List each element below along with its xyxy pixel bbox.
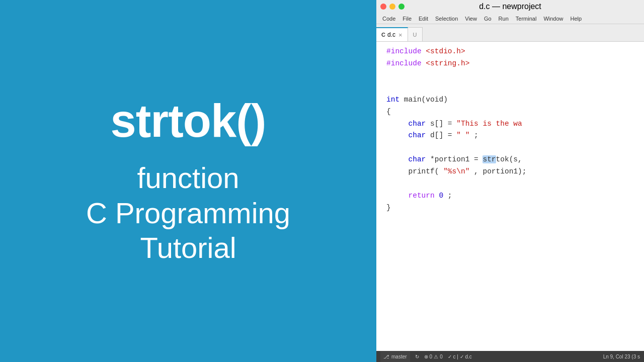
code-line-12 [376, 178, 644, 190]
code-line-5: int main(void) [376, 94, 644, 106]
window-title: d.c — newproject [479, 2, 541, 11]
menu-window[interactable]: Window [540, 15, 566, 22]
menu-edit[interactable]: Edit [416, 15, 431, 22]
code-line-9 [376, 142, 644, 154]
menu-help[interactable]: Help [568, 15, 585, 22]
status-check: ✓ c | ✓ d.c [448, 354, 472, 359]
code-line-1: #include <stdio.h> [376, 46, 644, 58]
tab-lang-u: U [413, 32, 417, 38]
status-position: Ln 9, Col 23 (3 s [603, 354, 640, 359]
editor-panel: d.c — newproject Code File Edit Selectio… [376, 0, 644, 362]
subtitle-line2: C Programming [86, 196, 290, 231]
tab-close-icon[interactable]: × [398, 31, 403, 39]
menu-run[interactable]: Run [496, 15, 512, 22]
menu-selection[interactable]: Selection [432, 15, 461, 22]
tab-u[interactable]: U [408, 27, 423, 41]
code-line-7: char s[] = "This is the wa [376, 118, 644, 130]
code-line-10: char *portion1 = strtok(s, [376, 154, 644, 166]
error-icon: ⊗ [424, 354, 428, 359]
left-panel: strtok() function C Programming Tutorial [0, 0, 376, 362]
status-bar: ⎇ master ↻ ⊗ 0 ⚠ 0 ✓ c | ✓ d.c Ln 9, Col… [376, 351, 644, 362]
git-branch-icon: ⎇ [383, 354, 389, 359]
code-line-3 [376, 70, 644, 82]
tab-filename: d.c [387, 31, 395, 38]
warning-icon: ⚠ [434, 354, 438, 359]
code-line-11: printf( "%s\n" , portion1); [376, 166, 644, 178]
error-count: 0 [430, 354, 433, 359]
warning-count: 0 [440, 354, 443, 359]
tabs-bar: C d.c × U [376, 24, 644, 42]
menu-view[interactable]: View [462, 15, 480, 22]
code-line-14: } [376, 202, 644, 214]
main-title: strtok() [111, 97, 266, 145]
subtitle-line3: Tutorial [86, 230, 290, 265]
menu-file[interactable]: File [399, 15, 415, 22]
tab-lang-c: C [381, 32, 385, 38]
status-sync: ↻ [415, 354, 419, 359]
code-line-8: char d[] = " " ; [376, 130, 644, 142]
subtitle-line1: function [86, 160, 290, 196]
sync-icon: ↻ [415, 354, 419, 359]
close-button[interactable] [380, 4, 386, 10]
menu-code[interactable]: Code [379, 15, 398, 22]
tab-dc[interactable]: C d.c × [376, 27, 408, 41]
subtitle: function C Programming Tutorial [86, 160, 290, 265]
window-controls [380, 4, 405, 10]
menu-bar: Code File Edit Selection View Go Run Ter… [376, 13, 644, 24]
code-editor[interactable]: #include <stdio.h> #include <string.h> i… [376, 42, 644, 351]
title-bar: d.c — newproject [376, 0, 644, 13]
code-line-6: { [376, 106, 644, 118]
status-errors: ⊗ 0 ⚠ 0 [424, 354, 443, 359]
menu-go[interactable]: Go [481, 15, 495, 22]
code-line-2: #include <string.h> [376, 58, 644, 70]
branch-name: master [391, 354, 407, 359]
status-branch: ⎇ master [380, 351, 410, 362]
code-line-4 [376, 82, 644, 94]
maximize-button[interactable] [398, 4, 405, 10]
menu-terminal[interactable]: Terminal [513, 15, 540, 22]
minimize-button[interactable] [389, 4, 395, 10]
code-line-13: return 0 ; [376, 190, 644, 202]
